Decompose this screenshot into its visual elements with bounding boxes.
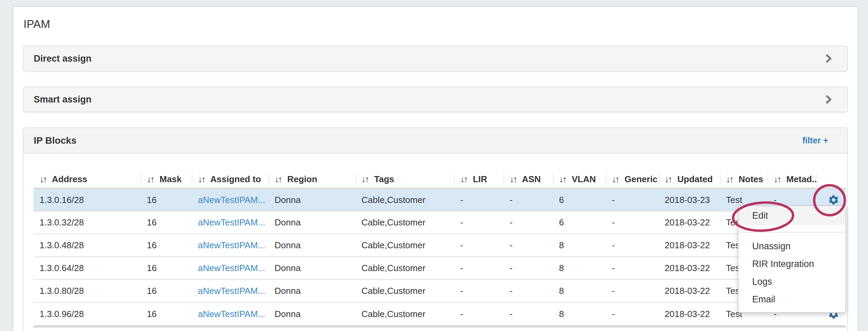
column-header-generic[interactable]: ↓↑ Generic [606, 171, 658, 188]
table-row[interactable]: 1.3.0.64/2816aNewTestIPAM...DonnaCable,C… [33, 257, 846, 280]
table-bottom-divider [33, 325, 846, 328]
cell-tags: Cable,Customer [355, 188, 454, 211]
sort-arrows-icon: ↓↑ [612, 174, 619, 184]
cell-lir: - [454, 302, 503, 325]
gear-context-menu: EditUnassignRIR IntegrationLogsEmail [738, 205, 846, 313]
assigned-to-link[interactable]: aNewTestIPAM... [198, 263, 265, 273]
ip-blocks-title: IP Blocks [34, 135, 77, 146]
assigned-to-link[interactable]: aNewTestIPAM... [198, 286, 265, 296]
ip-blocks-header: IP Blocks filter + [24, 128, 847, 154]
cell-address: 1.3.0.16/28 [33, 188, 141, 211]
table-row[interactable]: 1.3.0.48/2816aNewTestIPAM...DonnaCable,C… [33, 234, 846, 257]
menu-item-edit[interactable]: Edit [739, 206, 846, 225]
cell-asn: - [503, 257, 553, 280]
column-header-label: Updated [677, 174, 713, 184]
column-header-label: Generic [624, 174, 657, 184]
cell-lir: - [454, 188, 503, 211]
column-header-tags[interactable]: ↓↑ Tags [355, 171, 454, 188]
column-header-label: ASN [522, 174, 541, 184]
sort-arrows-icon: ↓↑ [460, 174, 467, 184]
cell-vlan: 6 [553, 188, 606, 211]
assigned-to-link[interactable]: aNewTestIPAM... [198, 240, 265, 250]
direct-assign-panel[interactable]: Direct assign [23, 46, 848, 72]
assigned-to-link[interactable]: aNewTestIPAM... [198, 309, 265, 319]
cell-generic: - [606, 188, 658, 211]
cell-lir: - [454, 211, 503, 234]
column-header-metadata[interactable]: ↓↑ Metad... [768, 171, 817, 188]
cell-assigned-to: aNewTestIPAM... [192, 257, 268, 280]
chevron-right-icon [823, 53, 834, 64]
cell-address: 1.3.0.96/28 [33, 302, 141, 325]
ip-blocks-table: ↓↑ Address↓↑ Mask↓↑ Assigned to↓↑ Region… [33, 171, 846, 325]
column-header-label: VLAN [572, 174, 596, 184]
column-header-address[interactable]: ↓↑ Address [33, 171, 141, 188]
cell-assigned-to: aNewTestIPAM... [192, 211, 268, 234]
column-header-label: Metad... [786, 174, 817, 184]
sort-arrows-icon: ↓↑ [726, 174, 733, 184]
cell-vlan: 8 [553, 302, 606, 325]
menu-group: UnassignRIR IntegrationLogsEmail [739, 237, 846, 308]
column-header-assigned-to[interactable]: ↓↑ Assigned to [192, 171, 268, 188]
menu-divider [739, 232, 846, 233]
ip-blocks-body: ↓↑ Address↓↑ Mask↓↑ Assigned to↓↑ Region… [24, 154, 847, 328]
page: { "page": { "title": "IPAM" }, "panels":… [0, 0, 868, 331]
column-header-vlan[interactable]: ↓↑ VLAN [553, 171, 606, 188]
sort-arrows-icon: ↓↑ [774, 174, 780, 184]
column-header-notes[interactable]: ↓↑ Notes [720, 171, 768, 188]
page-title: IPAM [24, 18, 848, 31]
cell-region: Donna [268, 257, 355, 280]
sort-arrows-icon: ↓↑ [665, 174, 671, 184]
cell-generic: - [606, 302, 658, 325]
cell-asn: - [503, 302, 553, 325]
menu-item-rir-integration[interactable]: RIR Integration [739, 255, 846, 273]
cell-mask: 16 [141, 211, 192, 234]
cell-address: 1.3.0.80/28 [33, 280, 141, 302]
cell-region: Donna [268, 211, 355, 234]
cell-updated: 2018-03-22 [658, 257, 720, 280]
direct-assign-label: Direct assign [34, 53, 92, 64]
column-header-actions [817, 171, 846, 188]
table-row[interactable]: 1.3.0.16/2816aNewTestIPAM...DonnaCable,C… [33, 188, 846, 211]
cell-address: 1.3.0.64/28 [33, 257, 141, 280]
assigned-to-link[interactable]: aNewTestIPAM... [198, 217, 265, 227]
sort-arrows-icon: ↓↑ [40, 174, 46, 184]
cell-asn: - [503, 234, 553, 257]
cell-mask: 16 [141, 234, 192, 257]
cell-vlan: 8 [553, 234, 606, 257]
cell-mask: 16 [141, 188, 192, 211]
filter-toggle-link[interactable]: filter + [802, 136, 828, 145]
cell-region: Donna [268, 188, 355, 211]
gear-icon[interactable] [828, 194, 839, 206]
cell-vlan: 8 [553, 257, 606, 280]
cell-generic: - [606, 280, 658, 302]
menu-item-unassign[interactable]: Unassign [739, 237, 846, 255]
cell-asn: - [503, 280, 553, 302]
cell-lir: - [454, 280, 503, 302]
menu-item-logs[interactable]: Logs [739, 273, 846, 290]
cell-vlan: 6 [553, 211, 606, 234]
column-header-label: Region [287, 174, 317, 184]
column-header-label: Tags [374, 174, 394, 184]
cell-updated: 2018-03-22 [658, 280, 720, 302]
table-row[interactable]: 1.3.0.96/2816aNewTestIPAM...DonnaCable,C… [33, 302, 846, 325]
cell-vlan: 8 [553, 280, 606, 302]
table-row[interactable]: 1.3.0.80/2816aNewTestIPAM...DonnaCable,C… [33, 280, 846, 302]
table-row[interactable]: 1.3.0.32/2816aNewTestIPAM...DonnaCable,C… [33, 211, 846, 234]
cell-region: Donna [268, 280, 355, 302]
column-header-label: Mask [159, 174, 182, 184]
column-header-region[interactable]: ↓↑ Region [268, 171, 355, 188]
column-header-mask[interactable]: ↓↑ Mask [141, 171, 192, 188]
column-header-updated[interactable]: ↓↑ Updated [658, 171, 720, 188]
cell-assigned-to: aNewTestIPAM... [192, 302, 268, 325]
smart-assign-panel[interactable]: Smart assign [23, 86, 848, 112]
column-header-lir[interactable]: ↓↑ LIR [454, 171, 503, 188]
column-header-asn[interactable]: ↓↑ ASN [503, 171, 553, 188]
column-header-label: Notes [739, 174, 763, 184]
menu-item-email[interactable]: Email [739, 290, 846, 308]
cell-updated: 2018-03-23 [658, 188, 720, 211]
sort-arrows-icon: ↓↑ [147, 174, 154, 184]
assigned-to-link[interactable]: aNewTestIPAM... [198, 195, 265, 205]
ip-blocks-panel: IP Blocks filter + ↓↑ Address↓↑ Mask↓↑ A… [23, 127, 848, 331]
cell-assigned-to: aNewTestIPAM... [192, 188, 268, 211]
cell-tags: Cable,Customer [355, 302, 454, 325]
